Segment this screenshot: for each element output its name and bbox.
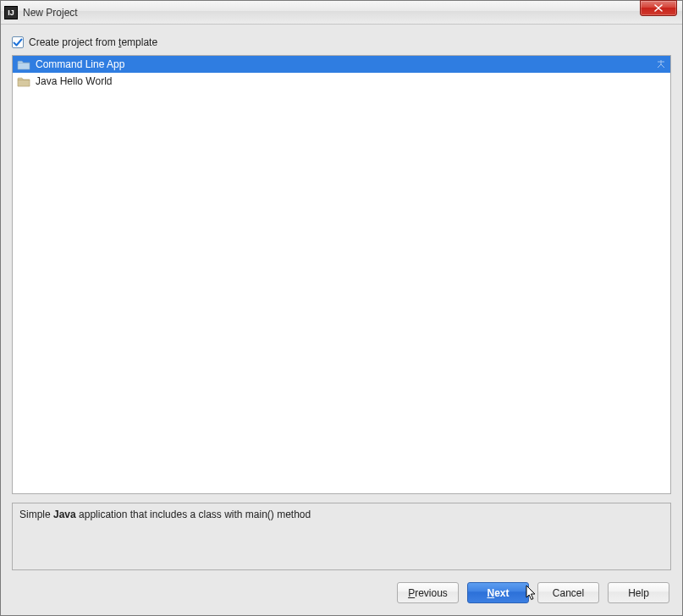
checkbox-label: Create project from template bbox=[29, 36, 157, 48]
folder-icon bbox=[17, 59, 30, 70]
pin-icon bbox=[656, 59, 666, 69]
folder-icon bbox=[17, 76, 30, 87]
next-button[interactable]: Next bbox=[467, 582, 529, 603]
list-item-label: Java Hello World bbox=[36, 75, 112, 87]
close-icon bbox=[653, 4, 664, 12]
list-item-label: Command Line App bbox=[36, 58, 124, 70]
template-description: Simple Java application that includes a … bbox=[12, 503, 671, 570]
button-row: Previous Next Cancel Help bbox=[12, 582, 671, 607]
content-area: Create project from template Command Lin… bbox=[1, 25, 682, 615]
previous-button[interactable]: Previous bbox=[397, 582, 459, 603]
template-list[interactable]: Command Line App Java Hello World bbox=[12, 55, 671, 494]
cancel-button[interactable]: Cancel bbox=[537, 582, 599, 603]
app-icon: IJ bbox=[4, 6, 18, 19]
help-button[interactable]: Help bbox=[608, 582, 669, 603]
window-title: New Project bbox=[23, 7, 78, 19]
list-item[interactable]: Command Line App bbox=[13, 56, 670, 73]
new-project-dialog: IJ New Project Create project from templ… bbox=[0, 0, 683, 616]
list-item[interactable]: Java Hello World bbox=[13, 73, 670, 90]
create-from-template-checkbox[interactable]: Create project from template bbox=[12, 36, 671, 48]
titlebar[interactable]: IJ New Project bbox=[1, 1, 682, 25]
close-button[interactable] bbox=[640, 0, 677, 16]
checkmark-icon bbox=[13, 38, 23, 47]
checkbox-box bbox=[12, 36, 24, 48]
